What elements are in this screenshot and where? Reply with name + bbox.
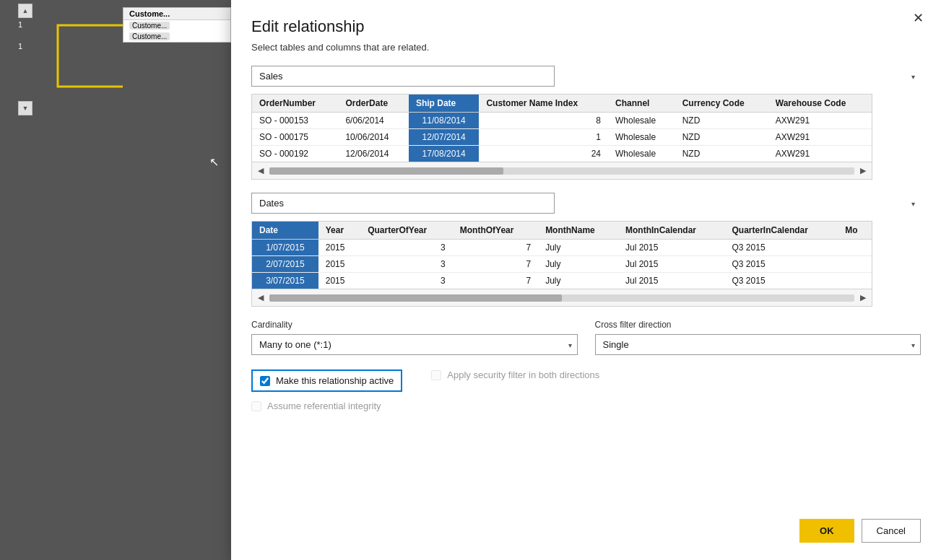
cell-customernameindex: 1 (479, 129, 608, 146)
cell-date: 1/07/2015 (252, 240, 318, 256)
cell-monthofyear: 7 (453, 256, 538, 273)
svg-text:1: 1 (18, 42, 22, 51)
security-filter-row: Apply security filter in both directions (431, 369, 599, 380)
cell-monthofyear: 7 (453, 240, 538, 256)
table1-dropdown-wrapper: Sales Dates Products ▾ (251, 66, 921, 87)
cell-ordernumber: SO - 000192 (252, 146, 338, 162)
cell-warehousecode: AXW291 (768, 113, 872, 129)
close-button[interactable]: ✕ (907, 9, 929, 27)
cell-mo (838, 256, 872, 273)
table-row: SO - 000192 12/06/2014 17/08/2014 24 Who… (252, 146, 872, 162)
cell-quarterofyear: 3 (360, 256, 453, 273)
svg-text:1: 1 (18, 20, 22, 29)
cell-monthincalendar: Jul 2015 (618, 256, 725, 273)
modal-footer: OK Cancel (251, 507, 921, 543)
cell-monthname: July (538, 273, 618, 289)
cell-quarterofyear: 3 (360, 240, 453, 256)
cell-channel: Wholesale (608, 113, 675, 129)
col-ordernumber: OrderNumber (252, 95, 338, 113)
crossfilter-select[interactable]: Single Both (595, 334, 922, 355)
scroll-down[interactable]: ▼ (18, 101, 32, 115)
scroll-up[interactable]: ▲ (18, 4, 32, 18)
col-date: Date (252, 222, 318, 240)
table2-container: Date Year QuarterOfYear MonthOfYear Mont… (251, 221, 872, 307)
scroll-right-btn[interactable]: ▶ (857, 165, 869, 177)
table-row: SO - 000175 10/06/2014 12/07/2014 1 Whol… (252, 129, 872, 146)
col-customernameindex: Customer Name Index (479, 95, 608, 113)
cell-currencycode: NZD (675, 113, 768, 129)
col-monthofyear: MonthOfYear (453, 222, 538, 240)
col-mo: Mo (838, 222, 872, 240)
node-row: Custome... (123, 20, 230, 31)
cell-warehousecode: AXW291 (768, 146, 872, 162)
cell-quarterincalendar: Q3 2015 (725, 256, 838, 273)
cardinality-group: Cardinality Many to one (*:1) One to one… (251, 320, 578, 355)
scroll-left-btn2[interactable]: ◀ (255, 292, 266, 304)
cell-monthincalendar: Jul 2015 (618, 240, 725, 256)
table-row: 2/07/2015 2015 3 7 July Jul 2015 Q3 2015 (252, 256, 872, 273)
cardinality-select-wrapper: Many to one (*:1) One to one (1:1) One t… (251, 334, 578, 355)
cell-customernameindex: 24 (479, 146, 608, 162)
ok-button[interactable]: OK (799, 519, 854, 543)
cell-channel: Wholesale (608, 146, 675, 162)
col-warehousecode: Warehouse Code (768, 95, 872, 113)
crossfilter-group: Cross filter direction Single Both ▾ (595, 320, 922, 355)
cell-shipdate: 17/08/2014 (409, 146, 480, 162)
table1-dropdown-arrow: ▾ (911, 72, 915, 80)
active-relationship-label[interactable]: Make this relationship active (276, 375, 394, 386)
scroll-track[interactable] (269, 167, 854, 175)
cell-channel: Wholesale (608, 129, 675, 146)
cell-currencycode: NZD (675, 146, 768, 162)
col-orderdate: OrderDate (338, 95, 409, 113)
col-shipdate: Ship Date (409, 95, 480, 113)
crossfilter-label: Cross filter direction (595, 320, 922, 330)
scroll-left-btn[interactable]: ◀ (255, 165, 266, 177)
cell-quarterincalendar: Q3 2015 (725, 273, 838, 289)
left-checkboxes: Make this relationship active Assume ref… (251, 369, 402, 416)
cell-quarterincalendar: Q3 2015 (725, 240, 838, 256)
table-row: 3/07/2015 2015 3 7 July Jul 2015 Q3 2015 (252, 273, 872, 289)
scroll-right-btn2[interactable]: ▶ (857, 292, 869, 304)
cell-monthname: July (538, 256, 618, 273)
cell-year: 2015 (318, 273, 360, 289)
cell-quarterofyear: 3 (360, 273, 453, 289)
table-row: SO - 000153 6/06/2014 11/08/2014 8 Whole… (252, 113, 872, 129)
security-filter-label: Apply security filter in both directions (447, 369, 599, 380)
cell-customernameindex: 8 (479, 113, 608, 129)
referential-integrity-row: Assume referential integrity (251, 401, 402, 411)
cell-date: 2/07/2015 (252, 256, 318, 273)
cancel-button[interactable]: Cancel (862, 519, 921, 543)
cell-mo (838, 273, 872, 289)
edit-relationship-dialog: ✕ Edit relationship Select tables and co… (231, 0, 941, 560)
cursor-indicator: ↖ (209, 155, 219, 169)
cell-date: 3/07/2015 (252, 273, 318, 289)
controls-row: Cardinality Many to one (*:1) One to one… (251, 320, 921, 355)
table1-dropdown[interactable]: Sales Dates Products (251, 66, 555, 87)
right-checkboxes: Apply security filter in both directions (431, 369, 599, 385)
node-header: Custome... (123, 8, 230, 20)
cell-orderdate: 6/06/2014 (338, 113, 409, 129)
cell-monthname: July (538, 240, 618, 256)
cell-shipdate: 11/08/2014 (409, 113, 480, 129)
diagram-node: Custome... Custome... Custome... (123, 7, 231, 43)
table2-scrollbar: ◀ ▶ (252, 289, 872, 306)
cell-ordernumber: SO - 000175 (252, 129, 338, 146)
node-row: Custome... (123, 31, 230, 42)
cell-monthofyear: 7 (453, 273, 538, 289)
cell-shipdate: 12/07/2014 (409, 129, 480, 146)
col-channel: Channel (608, 95, 675, 113)
table2-dropdown[interactable]: Dates Sales Products (251, 193, 555, 214)
scroll-thumb (269, 167, 503, 175)
referential-integrity-label: Assume referential integrity (267, 401, 381, 411)
scroll-track2[interactable] (269, 294, 854, 302)
cardinality-select[interactable]: Many to one (*:1) One to one (1:1) One t… (251, 334, 578, 355)
active-relationship-checkbox[interactable] (260, 376, 270, 386)
scroll-thumb2 (269, 294, 562, 302)
security-filter-checkbox[interactable] (431, 370, 441, 380)
table1-scrollbar: ◀ ▶ (252, 162, 872, 179)
checkbox-section: Make this relationship active Assume ref… (251, 369, 921, 416)
table1-container: OrderNumber OrderDate Ship Date Customer… (251, 94, 872, 180)
referential-integrity-checkbox[interactable] (251, 401, 261, 411)
col-quarterofyear: QuarterOfYear (360, 222, 453, 240)
dialog-subtitle: Select tables and columns that are relat… (251, 42, 921, 53)
